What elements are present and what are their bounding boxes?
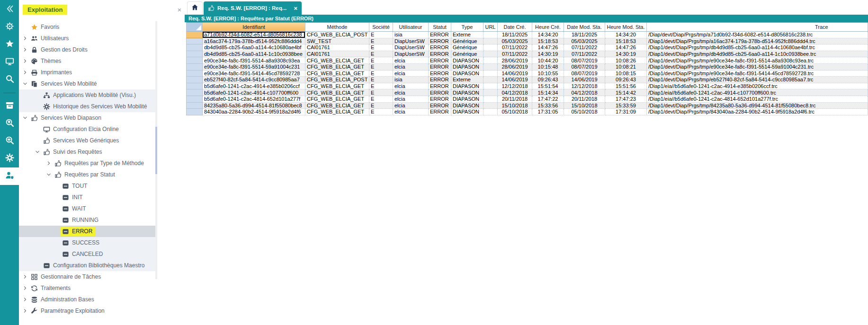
- cell-type[interactable]: DIAPASON: [451, 109, 483, 115]
- cell-methode[interactable]: CFG_WEB_ELCIA_GET: [305, 83, 369, 90]
- cell-date_mod[interactable]: 08/07/2019: [564, 70, 605, 77]
- cell-methode[interactable]: CFG_WEB_ELCIA_GET: [305, 70, 369, 77]
- cell-date_mod[interactable]: 12/12/2018: [564, 83, 605, 90]
- table-row[interactable]: e90ce34e-fa8c-f391-5414-45cd78592728CFG_…: [187, 70, 868, 77]
- cell-trace[interactable]: /Diap1/devt/Diap/Prgs/tmp/e90ce34e-fa8c-…: [647, 70, 868, 77]
- row-select-cell[interactable]: [187, 32, 203, 38]
- cell-identifiant[interactable]: db4d9d85-cb25-6aa0-a114-4c10680ae4bf: [203, 44, 305, 51]
- cell-date_cre[interactable]: 05/10/2018: [498, 109, 532, 115]
- cell-type[interactable]: Générique: [451, 38, 483, 45]
- cell-type[interactable]: Générique: [451, 44, 483, 51]
- cell-societe[interactable]: E: [369, 89, 393, 96]
- column-header-societe[interactable]: Société: [369, 23, 393, 31]
- cell-date_mod[interactable]: 14/06/2019: [564, 77, 605, 83]
- cell-url[interactable]: [483, 32, 498, 38]
- row-select-cell[interactable]: [187, 70, 203, 77]
- cell-date_mod[interactable]: 07/11/2022: [564, 44, 605, 51]
- rail-button-favorites[interactable]: [0, 36, 19, 53]
- cell-methode[interactable]: CAI01761: [305, 51, 369, 58]
- column-header-url[interactable]: URL: [483, 23, 498, 31]
- rail-button-screens[interactable]: [0, 53, 19, 71]
- cell-heure_cre[interactable]: 17:47:22: [532, 96, 564, 103]
- chevron-down-icon[interactable]: [45, 171, 53, 178]
- cell-identifiant[interactable]: e90ce34e-fa8c-f391-5514-59a91004c231: [203, 64, 305, 70]
- cell-type[interactable]: DIAPASON: [451, 96, 483, 103]
- cell-date_mod[interactable]: 08/07/2019: [564, 57, 605, 64]
- cell-utilisateur[interactable]: isia: [393, 32, 429, 38]
- cell-date_cre[interactable]: 14/06/2019: [498, 70, 532, 77]
- cell-heure_cre[interactable]: 15:14:34: [532, 89, 564, 96]
- rail-button-modules[interactable]: [0, 18, 19, 36]
- cell-identifiant[interactable]: 84235a80-5a36-d994-4514-81f55080bec8: [203, 103, 305, 109]
- row-select-cell[interactable]: [187, 96, 203, 103]
- chevron-right-icon[interactable]: [21, 69, 29, 76]
- cell-date_mod[interactable]: 18/11/2025: [564, 32, 605, 38]
- cell-date_cre[interactable]: 14/06/2019: [498, 77, 532, 83]
- cell-url[interactable]: [483, 96, 498, 103]
- rail-button-user-security[interactable]: [0, 167, 19, 185]
- tree-item-historique-des-services-web-mobilite[interactable]: Historique des Services Web Mobilité: [19, 101, 157, 112]
- tree-item-error[interactable]: ERROR: [19, 226, 157, 237]
- cell-date_mod[interactable]: 20/11/2018: [564, 96, 605, 103]
- cell-heure_mod[interactable]: 17:47:23: [605, 96, 647, 103]
- cell-statut[interactable]: ERROR: [429, 44, 451, 51]
- cell-date_mod[interactable]: 04/12/2018: [564, 89, 605, 96]
- tree-item-parametrage-exploitation[interactable]: Paramétrage Exploitation: [19, 305, 157, 316]
- cell-societe[interactable]: E: [369, 44, 393, 51]
- cell-type[interactable]: Externe: [451, 77, 483, 83]
- cell-identifiant[interactable]: a71d0b92-f34d-6082-e514-d8056816c238: [203, 32, 305, 38]
- cell-url[interactable]: [483, 109, 498, 115]
- row-select-cell[interactable]: [187, 89, 203, 96]
- cell-methode[interactable]: CFG_WEB_ELCIA_GET: [305, 64, 369, 70]
- tab-home[interactable]: [187, 1, 203, 15]
- cell-societe[interactable]: E: [369, 103, 393, 109]
- tree-item-services-web-generiques[interactable]: Services Web Génériques: [19, 135, 157, 146]
- tab-requests-error[interactable]: Req. S.W. [ERROR] : Req... ×: [204, 1, 302, 15]
- cell-statut[interactable]: ERROR: [429, 70, 451, 77]
- cell-date_cre[interactable]: 28/06/2019: [498, 64, 532, 70]
- cell-trace[interactable]: /Diap1/eia//b5d6afe0-1241-c2ac-4814-652d…: [647, 96, 868, 103]
- cell-url[interactable]: [483, 83, 498, 90]
- tree-scrollbar[interactable]: [155, 21, 157, 279]
- cell-identifiant[interactable]: b5d6afe0-1241-c2ac-4814-652d101a277f: [203, 96, 305, 103]
- cell-heure_mod[interactable]: 14:30:19: [605, 51, 647, 58]
- tree-item-init[interactable]: INIT: [19, 192, 157, 203]
- cell-statut[interactable]: ERROR: [429, 89, 451, 96]
- cell-date_mod[interactable]: 05/03/2025: [564, 38, 605, 45]
- cell-utilisateur[interactable]: elcia: [393, 83, 429, 90]
- cell-societe[interactable]: E: [369, 51, 393, 58]
- tree-item-requetes-par-type-de-methode[interactable]: Requêtes par Type de Méthode: [19, 158, 157, 169]
- cell-utilisateur[interactable]: elcia: [393, 57, 429, 64]
- table-row[interactable]: 843040aa-2284-90b2-4514-9f5918a2d4f6CFG_…: [187, 109, 868, 115]
- chevron-right-icon[interactable]: [21, 284, 29, 292]
- cell-statut[interactable]: ERROR: [429, 109, 451, 115]
- cell-url[interactable]: [483, 44, 498, 51]
- cell-societe[interactable]: E: [369, 57, 393, 64]
- cell-date_cre[interactable]: 07/11/2022: [498, 51, 532, 58]
- rail-button-collapse-sidebar[interactable]: [0, 1, 19, 18]
- row-select-cell[interactable]: [187, 57, 203, 64]
- cell-trace[interactable]: /Diap/devt/Diap/Prgs/tmp/a71d0b92-f34d-6…: [647, 32, 868, 38]
- cell-heure_mod[interactable]: 15:14:42: [605, 89, 647, 96]
- tree-item-themes[interactable]: Thèmes: [19, 55, 157, 67]
- column-header-identifiant[interactable]: Identifiant: [203, 23, 305, 31]
- cell-methode[interactable]: CFG_WEB_ELCIA_GET: [305, 57, 369, 64]
- cell-date_cre[interactable]: 18/11/2025: [498, 32, 532, 38]
- cell-date_cre[interactable]: 12/12/2018: [498, 83, 532, 90]
- chevron-right-icon[interactable]: [21, 307, 29, 315]
- tree-item-traitements[interactable]: Traitements: [19, 282, 157, 294]
- cell-trace[interactable]: /Diap1/eia//b5d6afe0-1241-c2ac-4914-c107…: [647, 89, 868, 96]
- chevron-down-icon[interactable]: [21, 114, 29, 122]
- row-select-cell[interactable]: [187, 51, 203, 58]
- cell-url[interactable]: [483, 103, 498, 109]
- cell-heure_mod[interactable]: 09:26:43: [605, 77, 647, 83]
- cell-identifiant[interactable]: eb527f40-82cf-5a84-5414-c9cc80985aa7: [203, 77, 305, 83]
- cell-statut[interactable]: ERROR: [429, 103, 451, 109]
- column-header-methode[interactable]: Méthode: [305, 23, 369, 31]
- table-row[interactable]: db4d9d85-cb25-6aa0-a114-1c10c0938beeCAI0…: [187, 51, 868, 58]
- cell-trace[interactable]: /Diap1/devt/Diap/Prgs/tmp/e90ce34e-fa8c-…: [647, 64, 868, 70]
- cell-type[interactable]: DIAPASON: [451, 103, 483, 109]
- cell-identifiant[interactable]: db4d9d85-cb25-6aa0-a114-1c10c0938bee: [203, 51, 305, 58]
- tree-item-utilisateurs[interactable]: Utilisateurs: [19, 33, 157, 44]
- cell-heure_cre[interactable]: 15:51:54: [532, 83, 564, 90]
